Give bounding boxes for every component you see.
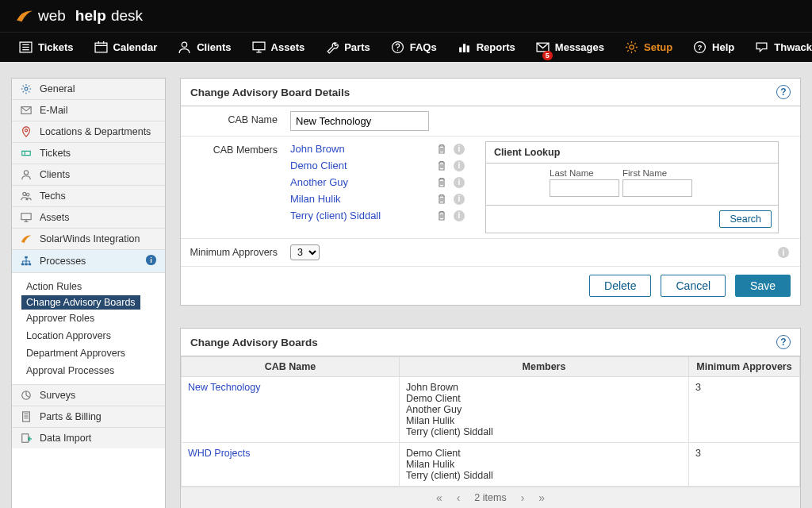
member-line: Milan Huliki — [290, 193, 465, 205]
member-link[interactable]: John Brown — [290, 143, 430, 155]
user-icon — [20, 168, 33, 181]
nav-parts[interactable]: Parts — [317, 36, 378, 59]
list-icon — [19, 40, 33, 54]
svg-point-13 — [397, 50, 398, 51]
trash-icon[interactable] — [436, 160, 447, 171]
cab-name-link[interactable]: New Technology — [188, 382, 261, 393]
sidebar-item-label: General — [40, 83, 75, 94]
table-row[interactable]: WHD ProjectsDemo ClientMilan HulikTerry … — [182, 443, 800, 487]
sidebar-item-locations[interactable]: Locations & Departments — [12, 121, 165, 143]
search-button[interactable]: Search — [719, 210, 772, 228]
tree-icon — [20, 255, 33, 267]
nav-help[interactable]: ? Help — [685, 36, 742, 59]
save-button[interactable]: Save — [735, 275, 791, 297]
svg-rect-32 — [25, 264, 28, 266]
nav-messages[interactable]: Messages 5 — [528, 36, 612, 59]
info-icon[interactable]: i — [454, 160, 465, 171]
trash-icon[interactable] — [436, 194, 447, 205]
sidebar-item-clients[interactable]: Clients — [12, 164, 165, 186]
sidebar-item-general[interactable]: General — [12, 79, 165, 100]
gear-icon — [625, 40, 638, 54]
sidebar-item-label: Parts & Billing — [40, 411, 102, 422]
member-link[interactable]: Milan Hulik — [290, 193, 430, 205]
sidebar-item-tickets[interactable]: Tickets — [12, 143, 165, 164]
svg-rect-33 — [29, 264, 32, 266]
nav-assets[interactable]: Assets — [244, 36, 313, 59]
pager-last-icon[interactable]: » — [538, 491, 545, 504]
cancel-button[interactable]: Cancel — [661, 275, 726, 297]
first-name-input[interactable] — [622, 179, 692, 197]
help-icon[interactable]: ? — [776, 85, 791, 99]
svg-point-8 — [182, 42, 187, 47]
sidebar-item-assets[interactable]: Assets — [12, 207, 165, 229]
envelope-icon — [20, 104, 33, 117]
submenu-location-approvers[interactable]: Location Approvers — [12, 327, 165, 344]
submenu-action-rules[interactable]: Action Rules — [12, 278, 165, 295]
cab-name-input[interactable] — [290, 111, 429, 131]
pager-first-icon[interactable]: « — [436, 491, 442, 504]
svg-point-18 — [630, 45, 634, 49]
submenu-approval-processes[interactable]: Approval Processes — [12, 362, 165, 379]
info-icon[interactable]: i — [778, 247, 789, 258]
submenu-approver-roles[interactable]: Approver Roles — [12, 310, 165, 327]
brand-text-post: desk — [111, 7, 143, 25]
last-name-input[interactable] — [550, 179, 619, 197]
svg-rect-31 — [21, 264, 25, 266]
cab-name-link[interactable]: WHD Projects — [188, 448, 250, 459]
svg-point-26 — [26, 194, 29, 197]
nav-label: Help — [712, 41, 734, 53]
svg-rect-15 — [463, 44, 465, 52]
nav-thwack[interactable]: Thwack — [747, 36, 812, 59]
member-link[interactable]: Terry (client) Siddall — [290, 210, 430, 221]
sidebar-item-label: Locations & Departments — [40, 126, 151, 137]
pager-next-icon[interactable]: › — [521, 491, 525, 504]
pager-prev-icon[interactable]: ‹ — [457, 491, 461, 504]
cab-details-panel: Change Advisory Board Details ? CAB Name… — [180, 78, 801, 306]
sidebar-item-parts-billing[interactable]: Parts & Billing — [12, 406, 165, 428]
svg-text:i: i — [150, 256, 152, 264]
submenu-department-approvers[interactable]: Department Approvers — [12, 344, 165, 362]
svg-text:?: ? — [698, 43, 703, 52]
sidebar-item-email[interactable]: E-Mail — [12, 100, 165, 121]
trash-icon[interactable] — [436, 177, 447, 188]
app-header: web help desk — [0, 0, 812, 32]
nav-reports[interactable]: Reports — [450, 36, 523, 59]
svg-point-21 — [25, 87, 28, 90]
col-min-approvers: Minimum Approvers — [689, 357, 800, 377]
info-icon[interactable]: i — [454, 177, 465, 188]
svg-rect-37 — [23, 412, 30, 421]
nav-label: FAQs — [410, 41, 437, 53]
table-row[interactable]: New TechnologyJohn BrownDemo ClientAnoth… — [182, 377, 800, 443]
help-icon[interactable]: ? — [776, 335, 791, 349]
sidebar-item-label: Data Import — [40, 433, 91, 444]
member-line: Demo Clienti — [290, 160, 465, 171]
info-icon[interactable]: i — [145, 254, 157, 268]
member-link[interactable]: Demo Client — [290, 160, 430, 171]
sidebar-item-techs[interactable]: Techs — [12, 186, 165, 207]
nav-calendar[interactable]: Calendar — [86, 36, 166, 59]
sidebar-item-integration[interactable]: SolarWinds Integration — [12, 229, 165, 250]
nav-faqs[interactable]: FAQs — [383, 36, 445, 59]
sidebar-item-surveys[interactable]: Surveys — [12, 385, 165, 406]
main-area: General E-Mail Locations & Departments T… — [0, 62, 812, 508]
nav-clients[interactable]: Clients — [170, 36, 239, 59]
trash-icon[interactable] — [436, 210, 447, 221]
pager: « ‹ 2 items › » — [181, 487, 800, 508]
label-first-name: First Name — [622, 168, 692, 178]
sidebar-item-processes[interactable]: Processes i — [12, 250, 165, 273]
submenu-change-advisory-boards[interactable]: Change Advisory Boards — [21, 295, 140, 310]
sidebar-item-data-import[interactable]: Data Import — [12, 428, 165, 448]
nav-setup[interactable]: Setup — [617, 36, 680, 59]
member-link[interactable]: Another Guy — [290, 176, 430, 188]
receipt-icon — [20, 410, 33, 423]
info-icon[interactable]: i — [454, 144, 465, 155]
nav-label: Clients — [197, 41, 231, 53]
swoosh-icon — [20, 233, 33, 245]
processes-submenu: Action Rules Change Advisory Boards Appr… — [12, 273, 165, 385]
min-approvers-select[interactable]: 3 — [290, 244, 320, 260]
delete-button[interactable]: Delete — [589, 275, 651, 297]
info-icon[interactable]: i — [454, 210, 465, 221]
info-icon[interactable]: i — [454, 194, 465, 205]
nav-tickets[interactable]: Tickets — [11, 36, 82, 59]
trash-icon[interactable] — [436, 144, 447, 155]
